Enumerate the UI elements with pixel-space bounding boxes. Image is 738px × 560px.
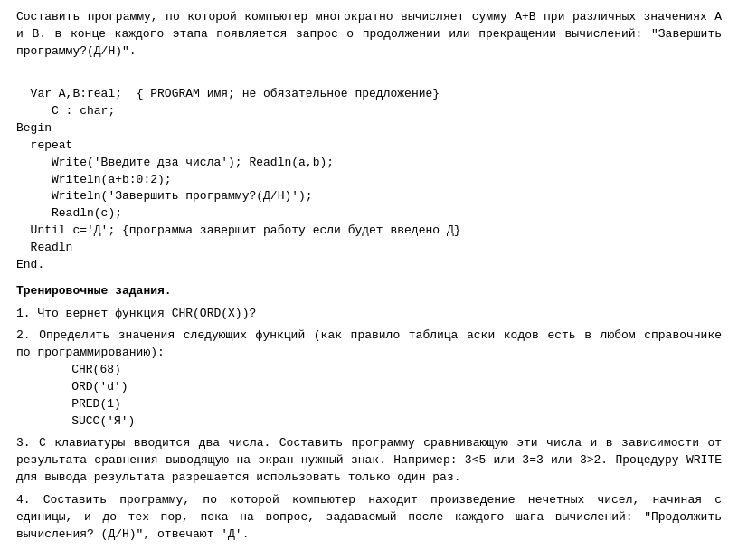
task-item-3: 3. С клавиатуры вводится два числа. Сост… bbox=[16, 435, 722, 487]
code-content: Var A,B:real; { PROGRAM имя; не обязател… bbox=[16, 87, 460, 271]
task-1-text: Что вернет функция CHR(ORD(X))? bbox=[31, 307, 257, 320]
task-item-2: 2. Определить значения следующих функций… bbox=[16, 327, 722, 430]
intro-text: Составить программу, по которой компьюте… bbox=[16, 10, 722, 58]
task-3-number: 3. bbox=[16, 436, 31, 450]
task-2-number: 2. bbox=[16, 328, 31, 342]
code-block: Var A,B:real; { PROGRAM имя; не обязател… bbox=[16, 70, 722, 274]
task-item-4: 4. Составить программу, по которой компь… bbox=[16, 492, 722, 544]
task-list: 1. Что вернет функция CHR(ORD(X))? 2. Оп… bbox=[16, 306, 722, 544]
task-4-text: Составить программу, по которой компьюте… bbox=[16, 493, 722, 541]
task-1-number: 1. bbox=[16, 307, 31, 320]
task-3-text: С клавиатуры вводится два числа. Состави… bbox=[16, 436, 722, 484]
task-2-code-content: CHR(68) ORD('d') PRED(1) SUCC('Я') bbox=[43, 363, 135, 428]
intro-paragraph: Составить программу, по которой компьюте… bbox=[16, 9, 722, 61]
task-2-code: CHR(68) ORD('d') PRED(1) SUCC('Я') bbox=[43, 362, 722, 430]
section-title-text: Тренировочные задания. bbox=[16, 284, 172, 298]
task-item-1: 1. Что вернет функция CHR(ORD(X))? bbox=[16, 306, 722, 323]
task-4-number: 4. bbox=[16, 493, 31, 507]
task-2-text: Определить значения следующих функций (к… bbox=[16, 328, 722, 359]
section-title: Тренировочные задания. bbox=[16, 283, 722, 300]
